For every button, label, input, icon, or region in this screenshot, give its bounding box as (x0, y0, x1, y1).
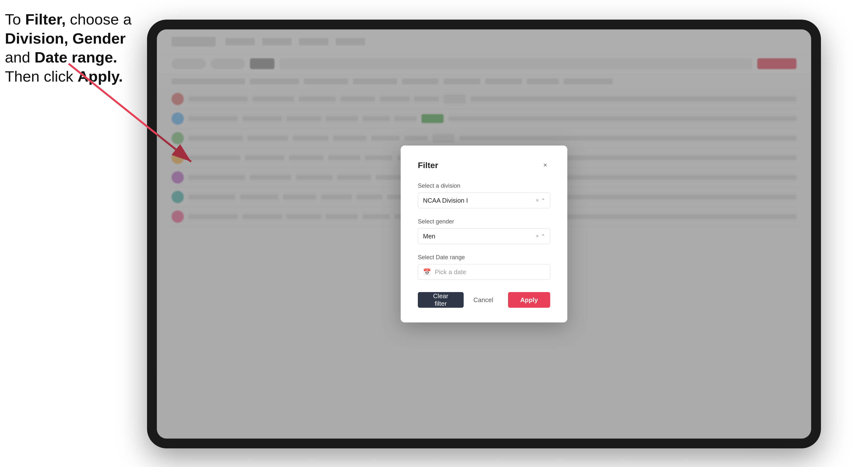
instruction-bold1: Filter, (25, 11, 66, 28)
instruction-block: To Filter, choose a Division, Gender and… (5, 10, 142, 86)
division-clear-icon[interactable]: × (536, 197, 539, 204)
gender-select-actions: × ⌃ (536, 233, 545, 239)
modal-overlay: Filter × Select a division NCAA Division… (157, 29, 811, 439)
date-placeholder: Pick a date (435, 268, 466, 276)
gender-form-group: Select gender Men × ⌃ (418, 218, 550, 244)
date-label: Select Date range (418, 254, 550, 261)
gender-label: Select gender (418, 218, 550, 225)
gender-select[interactable]: Men × ⌃ (418, 228, 550, 244)
instruction-bold2: Division, Gender (5, 30, 126, 47)
instruction-line3: and (5, 49, 35, 66)
gender-clear-icon[interactable]: × (536, 233, 539, 239)
calendar-icon: 📅 (423, 268, 431, 276)
modal-title: Filter (418, 160, 438, 170)
instruction-line2: choose a (66, 11, 132, 28)
tablet-frame: Filter × Select a division NCAA Division… (147, 20, 821, 448)
modal-footer: Clear filter Cancel Apply (418, 292, 550, 308)
instruction-line1: To (5, 11, 25, 28)
gender-value: Men (423, 232, 435, 240)
modal-close-button[interactable]: × (540, 160, 550, 170)
instruction-bold3: Date range. (35, 49, 117, 66)
apply-button[interactable]: Apply (508, 292, 550, 308)
clear-filter-button[interactable]: Clear filter (418, 292, 464, 308)
division-label: Select a division (418, 182, 550, 189)
division-select[interactable]: NCAA Division I × ⌃ (418, 193, 550, 208)
division-chevron-icon: ⌃ (541, 198, 545, 203)
tablet-screen: Filter × Select a division NCAA Division… (157, 29, 811, 439)
gender-chevron-icon: ⌃ (541, 234, 545, 239)
division-select-actions: × ⌃ (536, 197, 545, 204)
date-input[interactable]: 📅 Pick a date (418, 264, 550, 280)
instruction-line4: Then click (5, 68, 78, 85)
cancel-button[interactable]: Cancel (464, 292, 503, 308)
division-form-group: Select a division NCAA Division I × ⌃ (418, 182, 550, 208)
date-form-group: Select Date range 📅 Pick a date (418, 254, 550, 280)
filter-modal: Filter × Select a division NCAA Division… (401, 146, 567, 322)
division-value: NCAA Division I (423, 197, 468, 204)
modal-footer-right: Cancel Apply (464, 292, 550, 308)
instruction-bold4: Apply. (78, 68, 123, 85)
modal-header: Filter × (418, 160, 550, 170)
